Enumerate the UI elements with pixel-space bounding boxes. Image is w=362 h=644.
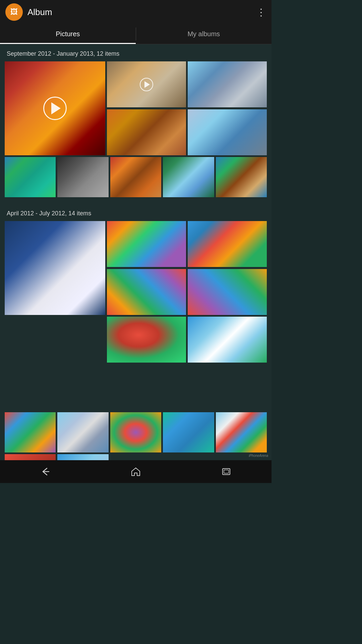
section-1-play-button[interactable] (43, 97, 67, 120)
section-2-side-4[interactable] (188, 269, 267, 315)
section-1-grid (0, 61, 272, 197)
section-2-bottom-2[interactable] (57, 412, 108, 452)
tab-pictures[interactable]: Pictures (0, 24, 136, 44)
section-2-mid-side-1[interactable] (107, 317, 186, 363)
section-2-bottom-5[interactable] (216, 412, 267, 452)
section-1-top-row (5, 61, 267, 155)
section-1-side-play-1[interactable] (140, 78, 153, 91)
section-1-bottom-image-3 (110, 157, 161, 197)
section-1: September 2012 - January 2013, 12 items (0, 44, 272, 204)
section-2-side-image-3 (107, 269, 186, 315)
section-2-bottom-row (5, 412, 267, 452)
section-2-bottom-3[interactable] (110, 412, 161, 452)
section-1-bottom-row (5, 157, 267, 197)
section-2: April 2012 - July 2012, 14 items (0, 204, 272, 460)
section-2-bottom-image-4 (163, 412, 214, 452)
section-2-partial-image-1 (5, 454, 56, 460)
section-2-mid-side-grid (107, 317, 267, 411)
section-1-large-thumb[interactable] (5, 61, 105, 155)
section-2-grid (0, 221, 272, 460)
section-2-side-image-4 (188, 269, 267, 315)
watermark: iPhoneArena (249, 454, 268, 458)
back-icon (39, 466, 51, 478)
tab-bar: Pictures My albums (0, 24, 272, 44)
section-2-partial-1[interactable] (5, 454, 56, 460)
section-2-title: April 2012 - July 2012, 14 items (0, 204, 272, 221)
section-1-side-image-3 (107, 109, 186, 155)
section-1-bottom-image-4 (163, 157, 214, 197)
section-2-large-image (5, 221, 105, 315)
section-1-side-image-4 (188, 109, 267, 155)
section-2-bottom-image-5 (216, 412, 267, 452)
section-2-bottom-image-1 (5, 412, 56, 452)
section-2-side-image-2 (188, 221, 267, 267)
section-2-mid-row (5, 317, 267, 411)
section-1-bottom-1[interactable] (5, 157, 56, 197)
navigation-bar (0, 460, 272, 483)
section-1-bottom-3[interactable] (110, 157, 161, 197)
section-2-partial-2[interactable] (57, 454, 108, 460)
overflow-menu-button[interactable]: ⋮ (256, 7, 266, 18)
section-1-bottom-5[interactable] (216, 157, 267, 197)
section-1-bottom-2[interactable] (57, 157, 108, 197)
section-2-side-grid (107, 221, 267, 315)
section-2-large-thumb[interactable] (5, 221, 105, 315)
section-2-bottom-4[interactable] (163, 412, 214, 452)
section-1-bottom-image-1 (5, 157, 56, 197)
section-1-side-2[interactable] (188, 61, 267, 107)
app-header: 🖼 Album ⋮ (0, 0, 272, 24)
section-2-mid-side-2[interactable] (188, 317, 267, 363)
header-left: 🖼 Album (5, 3, 52, 21)
recents-icon (220, 466, 232, 478)
section-1-bottom-image-2 (57, 157, 108, 197)
nav-home-button[interactable] (130, 466, 142, 478)
section-2-bokeh-thumb[interactable] (5, 317, 105, 411)
svg-rect-2 (224, 470, 229, 473)
section-2-partial-image-2 (57, 454, 108, 460)
section-2-side-1[interactable] (107, 221, 186, 267)
section-2-bottom-image-2 (57, 412, 108, 452)
section-1-side-grid (107, 61, 267, 155)
section-2-bottom-1[interactable] (5, 412, 56, 452)
section-1-side-1[interactable] (107, 61, 186, 107)
section-2-top-row (5, 221, 267, 315)
home-icon (130, 466, 142, 478)
section-1-title: September 2012 - January 2013, 12 items (0, 44, 272, 61)
nav-recents-button[interactable] (220, 466, 232, 478)
section-1-bottom-4[interactable] (163, 157, 214, 197)
section-2-bottom-image-3 (110, 412, 161, 452)
section-2-side-image-1 (107, 221, 186, 267)
app-icon-symbol: 🖼 (10, 8, 18, 16)
nav-back-button[interactable] (39, 466, 51, 478)
app-title: Album (27, 7, 52, 17)
content-area: September 2012 - January 2013, 12 items (0, 44, 272, 460)
section-2-partial-row (5, 454, 267, 460)
tab-my-albums[interactable]: My albums (136, 24, 272, 44)
section-2-side-2[interactable] (188, 221, 267, 267)
section-1-bottom-image-5 (216, 157, 267, 197)
app-icon: 🖼 (5, 3, 23, 21)
section-1-side-4[interactable] (188, 109, 267, 155)
section-1-side-3[interactable] (107, 109, 186, 155)
section-2-mid-image-1 (107, 317, 186, 363)
section-2-side-3[interactable] (107, 269, 186, 315)
section-2-partial-spacer (110, 454, 161, 460)
section-1-side-image-2 (188, 61, 267, 107)
section-2-mid-image-2 (188, 317, 267, 363)
